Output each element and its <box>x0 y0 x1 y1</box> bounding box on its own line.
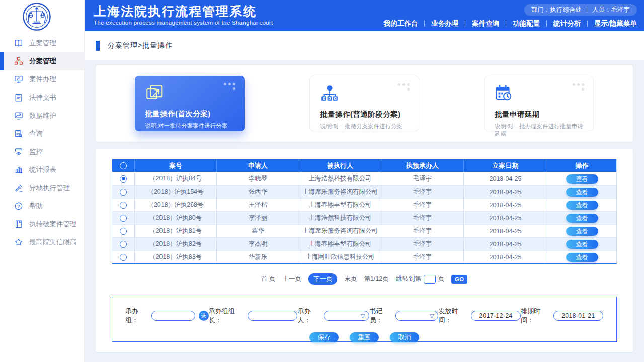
column-header-applicant: 申请人 <box>217 159 299 172</box>
org-chart-icon <box>14 57 23 66</box>
view-button[interactable]: 查看 <box>566 201 598 210</box>
star-icon <box>14 238 23 247</box>
cell-handler: 毛泽宇 <box>381 186 464 198</box>
page-jump-group: 跳转到第 页 <box>396 275 445 284</box>
sidebar-item-statistics-report[interactable]: 统计报表 <box>0 161 84 179</box>
nav-business-handling[interactable]: 业务办理 <box>431 19 458 28</box>
row-radio[interactable] <box>120 254 127 261</box>
group-leader-input[interactable] <box>248 311 297 321</box>
card-desc: 说明:对一批待分案案件进行分案 <box>320 123 409 130</box>
chevron-down-icon: ▽ <box>361 313 365 319</box>
chart-icon <box>14 111 23 120</box>
page-last[interactable]: 末页 <box>344 275 357 283</box>
field-schedule-date: 排期时间： 2018-01-21 <box>521 307 603 325</box>
sidebar-item-case-handling[interactable]: 案件办理 <box>0 70 84 88</box>
sidebar-item-label: 立案管理 <box>29 39 56 48</box>
cell-respondent: 上海席乐服务咨询有限公司 <box>299 225 381 237</box>
department-label: 部门：执行综合处 <box>531 6 582 14</box>
sidebar-item-label: 监控 <box>29 147 43 156</box>
sidebar-item-label: 法律文书 <box>29 93 56 102</box>
reset-button[interactable]: 重置 <box>350 332 379 342</box>
nav-function-config[interactable]: 功能配置 <box>513 19 540 28</box>
sidebar-item-data-maintenance[interactable]: 数据维护 <box>0 107 84 125</box>
card-batch-stage-assignment[interactable]: 批量操作(普通阶段分案) 说明:对一批待分案案件进行分案 <box>309 76 419 131</box>
select-group-button[interactable]: 选 <box>199 311 209 321</box>
table-row: （2018）沪执82号 李杰明 上海春熙丰型有限公司 毛泽宇 2018-04-2… <box>112 237 616 250</box>
nav-case-query[interactable]: 案件查询 <box>472 19 499 28</box>
assignment-form: 承办组： 选 承办组组长： 承办人： ▽ 书记员： ▽ 发放时间： <box>112 297 617 342</box>
issue-date-input[interactable]: 2017-12-24 <box>471 311 521 321</box>
nav-toggle-menu[interactable]: 显示/隐藏菜单 <box>594 19 637 28</box>
page-prev[interactable]: 上一页 <box>282 275 301 283</box>
schedule-date-label: 排期时间： <box>521 307 553 325</box>
sidebar-item-supreme-court-dishonest[interactable]: 最高院失信限高 <box>0 233 84 251</box>
sidebar: 立案管理 分案管理 案件办理 法律文书 数据维护 查询 监控 统计报表 <box>0 0 85 362</box>
row-radio[interactable] <box>120 241 127 248</box>
sidebar-item-legal-documents[interactable]: 法律文书 <box>0 88 84 107</box>
nav-my-workbench[interactable]: 我的工作台 <box>384 19 418 28</box>
cell-filing-date: 2018-04-25 <box>464 225 547 237</box>
svg-text:?: ? <box>17 204 20 209</box>
view-button[interactable]: 查看 <box>566 240 598 249</box>
sidebar-item-case-filing[interactable]: 立案管理 <box>0 34 84 52</box>
cell-case-no: （2018）沪执80号 <box>135 212 217 224</box>
page-first[interactable]: 首 页 <box>261 275 275 283</box>
more-dots-icon[interactable] <box>398 83 410 90</box>
cancel-button[interactable]: 取消 <box>390 332 419 342</box>
page-next[interactable]: 下一页 <box>308 273 338 285</box>
sidebar-item-help[interactable]: ? 帮助 <box>0 197 84 215</box>
sidebar-item-label: 帮助 <box>29 202 43 211</box>
jump-page-input[interactable] <box>424 275 436 284</box>
app-brand: 上海法院执行流程管理系统 The execution process manag… <box>94 4 273 26</box>
sidebar-item-query[interactable]: 查询 <box>0 125 84 143</box>
sidebar-item-case-assignment[interactable]: 分案管理 <box>0 52 84 70</box>
row-radio[interactable] <box>120 175 127 183</box>
go-button[interactable]: GO <box>451 275 467 284</box>
clerk-select[interactable]: ▽ <box>395 311 438 321</box>
view-button[interactable]: 查看 <box>566 174 598 184</box>
view-button[interactable]: 查看 <box>566 214 598 223</box>
save-button[interactable]: 保存 <box>309 332 339 342</box>
card-title: 批量操作(普通阶段分案) <box>320 110 409 119</box>
card-batch-extension-request[interactable]: 批量申请延期 说明:对一批办理案件进行批量申请延期 <box>484 76 594 131</box>
sidebar-item-bankruptcy-cases[interactable]: 执转破案件管理 <box>0 215 84 233</box>
row-radio[interactable] <box>120 228 127 235</box>
help-icon: ? <box>14 202 23 211</box>
app-title: 上海法院执行流程管理系统 <box>94 4 273 19</box>
form-fields-row: 承办组： 选 承办组组长： 承办人： ▽ 书记员： ▽ 发放时间： <box>125 307 603 325</box>
table-header-row: 案号 申请人 被执行人 执预承办人 立案日期 操作 <box>112 159 616 172</box>
sidebar-item-remote-execution[interactable]: 异地执行管理 <box>0 179 84 197</box>
row-radio[interactable] <box>120 189 127 196</box>
cell-handler: 毛泽宇 <box>381 199 464 211</box>
view-button[interactable]: 查看 <box>566 227 598 236</box>
nav-statistics-analysis[interactable]: 统计分析 <box>553 19 581 28</box>
card-title: 批量申请延期 <box>495 110 583 119</box>
handler-select[interactable]: ▽ <box>324 311 369 321</box>
cell-filing-date: 2018-04-25 <box>464 199 547 211</box>
sidebar-item-label: 案件办理 <box>29 75 56 84</box>
schedule-date-input[interactable]: 2018-01-21 <box>553 311 603 321</box>
sidebar-item-monitoring[interactable]: 监控 <box>0 143 84 161</box>
search-icon <box>14 129 23 138</box>
card-batch-first-assignment[interactable]: 批量操作(首次分案) 说明:对一批待分案案件进行分案 <box>135 76 245 131</box>
header-radio[interactable] <box>120 162 127 169</box>
cell-filing-date: 2018-04-25 <box>464 251 547 263</box>
card-desc: 说明:对一批办理案件进行批量申请延期 <box>495 123 583 138</box>
column-header-respondent: 被执行人 <box>299 159 381 172</box>
handling-group-input[interactable] <box>151 311 195 321</box>
more-dots-icon[interactable] <box>224 83 235 90</box>
export-icon <box>145 83 164 103</box>
more-dots-icon[interactable] <box>573 83 584 90</box>
field-clerk: 书记员： ▽ <box>369 307 438 325</box>
view-button[interactable]: 查看 <box>566 188 598 197</box>
jump-prefix-label: 跳转到第 <box>396 275 421 283</box>
batch-operation-cards-panel: 批量操作(首次分案) 说明:对一批待分案案件进行分案 批量操作(普通阶段分案) … <box>96 65 633 142</box>
row-radio[interactable] <box>120 215 127 222</box>
main-content: 批量操作(首次分案) 说明:对一批待分案案件进行分案 批量操作(普通阶段分案) … <box>85 60 644 362</box>
document-icon <box>14 93 23 102</box>
column-header-handler: 执预承办人 <box>381 159 464 172</box>
sidebar-item-label: 最高院失信限高 <box>29 238 77 247</box>
row-radio[interactable] <box>120 202 127 209</box>
group-leader-label: 承办组组长： <box>209 307 248 325</box>
view-button[interactable]: 查看 <box>566 253 598 262</box>
